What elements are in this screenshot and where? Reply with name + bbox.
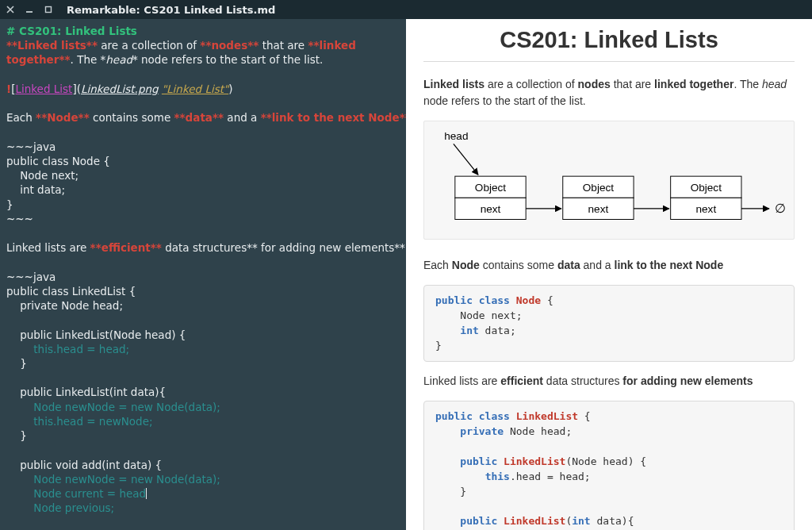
editor-heading: # CS201: Linked Lists [6, 25, 137, 37]
preview-paragraph-2: Each Node contains some data and a link … [423, 257, 795, 274]
window-controls [6, 6, 52, 13]
svg-text:Object: Object [475, 182, 506, 194]
diagram-head-label: head [444, 130, 468, 142]
text-cursor [146, 488, 147, 499]
window-title: Remarkable: CS201 Linked Lists.md [67, 4, 275, 16]
maximize-icon[interactable] [44, 6, 52, 13]
svg-text:next: next [481, 203, 501, 215]
close-icon[interactable] [6, 6, 14, 13]
markdown-editor[interactable]: # CS201: Linked Lists **Linked lists** a… [0, 19, 406, 530]
title-bar: Remarkable: CS201 Linked Lists.md [0, 0, 812, 19]
null-glyph: ∅ [775, 202, 786, 215]
preview-code-block-2: public class LinkedList { private Node h… [423, 401, 795, 530]
minimize-icon[interactable] [25, 6, 33, 13]
svg-text:Object: Object [691, 182, 722, 194]
preview-paragraph-3: Linked lists are efficient data structur… [423, 373, 795, 390]
svg-text:next: next [695, 203, 716, 215]
workspace: # CS201: Linked Lists **Linked lists** a… [0, 19, 812, 530]
svg-text:next: next [588, 203, 609, 215]
linked-list-diagram: head Object next Object next [423, 121, 795, 240]
svg-rect-0 [46, 7, 52, 13]
preview-heading: CS201: Linked Lists [423, 27, 795, 62]
svg-text:Object: Object [583, 182, 614, 194]
markdown-preview: CS201: Linked Lists Linked lists are a c… [406, 19, 812, 530]
preview-code-block-1: public class Node { Node next; int data;… [423, 285, 795, 362]
svg-line-1 [454, 144, 478, 175]
preview-paragraph-1: Linked lists are a collection of nodes t… [423, 76, 795, 109]
